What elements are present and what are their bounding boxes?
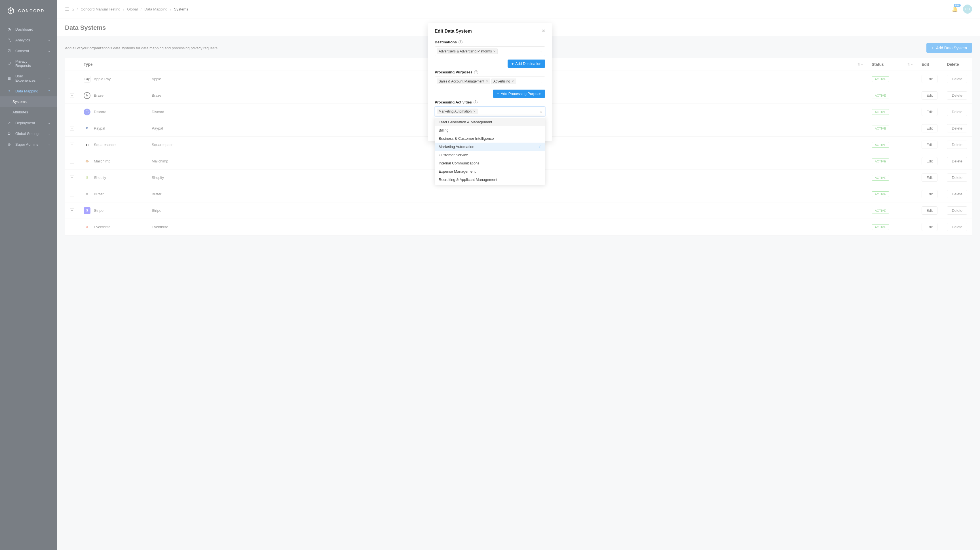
add-destination-button[interactable]: + Add Destination [508, 60, 545, 68]
activities-dropdown[interactable]: Lead Generation & ManagementBillingBusin… [435, 117, 545, 185]
dropdown-option[interactable]: Lead Generation & Management [435, 118, 545, 126]
purposes-input[interactable]: Sales & Account Management ✕ Advertising… [435, 76, 545, 86]
help-icon[interactable]: ? [474, 70, 478, 74]
dropdown-option[interactable]: Billing [435, 126, 545, 134]
activities-input[interactable]: Marketing Automation ✕ ⌕ [435, 107, 545, 116]
check-icon: ✓ [538, 145, 541, 149]
dropdown-option[interactable]: Customer Service [435, 151, 545, 159]
modal-title: Edit Data System [435, 29, 472, 34]
option-label: Internal Communications [439, 161, 479, 165]
remove-tag-icon[interactable]: ✕ [486, 79, 488, 83]
search-icon: ⌕ [540, 110, 542, 113]
option-label: Recruiting & Applicant Management [439, 178, 497, 182]
help-icon[interactable]: ? [474, 100, 477, 104]
option-label: Billing [439, 128, 449, 132]
chevron-down-icon[interactable]: ⌄ [540, 80, 542, 83]
help-icon[interactable]: ? [458, 40, 463, 44]
dropdown-option[interactable]: Marketing Automation✓ [435, 143, 545, 151]
activity-tag: Marketing Automation ✕ [437, 108, 477, 114]
destination-tag: Advertisers & Advertising Platforms ✕ [437, 48, 498, 54]
purpose-tag: Advertising ✕ [492, 78, 516, 84]
dropdown-option[interactable]: Expense Management [435, 167, 545, 175]
dropdown-option[interactable]: Internal Communications [435, 159, 545, 167]
dropdown-option[interactable]: Recruiting & Applicant Management [435, 175, 545, 184]
option-label: Business & Customer Intelligence [439, 137, 494, 141]
destinations-label: Destinations ? [435, 40, 545, 44]
purpose-tag: Sales & Account Management ✕ [437, 78, 490, 84]
plus-icon: + [497, 92, 499, 96]
option-label: Customer Service [439, 153, 468, 157]
option-label: Marketing Automation [439, 145, 474, 149]
purposes-label: Processing Purposes ? [435, 70, 545, 74]
activities-label: Processing Activities ? [435, 100, 545, 104]
destinations-input[interactable]: Advertisers & Advertising Platforms ✕ ⌄ [435, 46, 545, 56]
modal-close-button[interactable]: ✕ [542, 29, 545, 34]
text-cursor [479, 109, 479, 114]
dropdown-option[interactable]: Business & Customer Intelligence [435, 134, 545, 143]
chevron-down-icon[interactable]: ⌄ [540, 50, 542, 53]
add-purpose-button[interactable]: + Add Processing Purpose [493, 90, 545, 98]
remove-tag-icon[interactable]: ✕ [493, 49, 496, 53]
remove-tag-icon[interactable]: ✕ [473, 110, 476, 113]
option-label: Expense Management [439, 169, 476, 173]
option-label: Lead Generation & Management [439, 120, 492, 124]
remove-tag-icon[interactable]: ✕ [512, 79, 514, 83]
plus-icon: + [512, 62, 514, 66]
